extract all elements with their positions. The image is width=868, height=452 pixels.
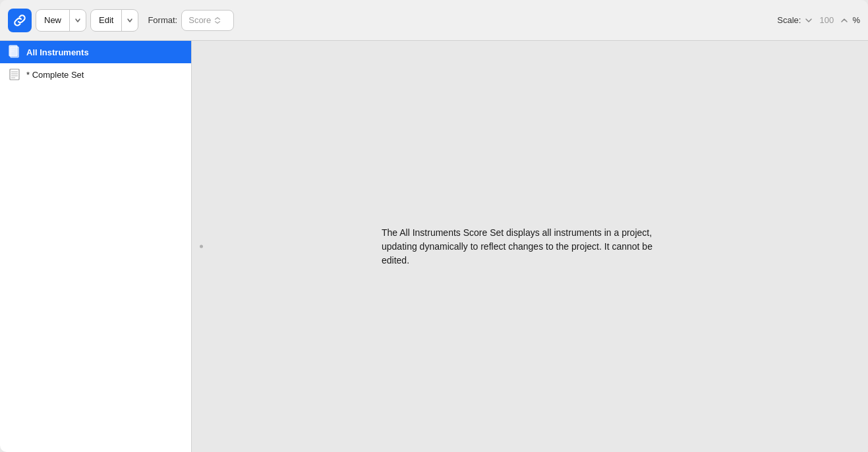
canvas-dot bbox=[200, 245, 203, 248]
new-button-group: New bbox=[36, 9, 86, 32]
link-button[interactable] bbox=[8, 9, 32, 32]
chevron-down-icon bbox=[74, 17, 81, 24]
new-chevron-button[interactable] bbox=[69, 10, 86, 31]
scale-down-button[interactable] bbox=[803, 15, 814, 26]
canvas-area: The All Instruments Score Set displays a… bbox=[192, 41, 868, 452]
format-value: Score bbox=[188, 15, 211, 25]
sidebar-item-all-instruments[interactable]: All Instruments bbox=[0, 41, 191, 63]
sidebar-item-label-all-instruments: All Instruments bbox=[26, 47, 89, 57]
sidebar-item-complete-set[interactable]: * Complete Set bbox=[0, 63, 191, 86]
main-content: All Instruments * Complete Set The All I… bbox=[0, 41, 868, 452]
canvas-info-text: The All Instruments Score Set displays a… bbox=[382, 226, 678, 268]
scale-label: Scale: bbox=[777, 15, 801, 25]
svg-rect-1 bbox=[9, 45, 17, 56]
toolbar: New Edit Format: Score Scale: 100 bbox=[0, 0, 868, 41]
new-button[interactable]: New bbox=[36, 10, 69, 31]
edit-chevron-button[interactable] bbox=[121, 10, 138, 31]
chevron-down-icon bbox=[805, 16, 813, 24]
scale-up-button[interactable] bbox=[839, 15, 850, 26]
sidebar-item-label-complete-set: * Complete Set bbox=[26, 70, 84, 80]
format-label: Format: bbox=[148, 15, 177, 25]
scale-value: 100 bbox=[817, 15, 836, 25]
scale-percent: % bbox=[852, 15, 860, 25]
link-icon bbox=[13, 14, 26, 27]
chevron-up-icon bbox=[840, 16, 848, 24]
format-select[interactable]: Score bbox=[181, 10, 234, 31]
chevron-down-icon bbox=[127, 17, 133, 24]
part-icon bbox=[8, 68, 21, 81]
edit-button[interactable]: Edit bbox=[91, 10, 121, 31]
chevron-updown-icon bbox=[214, 16, 221, 24]
svg-rect-5 bbox=[10, 69, 19, 80]
scale-area: Scale: 100 % bbox=[777, 15, 860, 26]
edit-button-group: Edit bbox=[90, 9, 138, 32]
score-icon bbox=[8, 45, 21, 59]
sidebar: All Instruments * Complete Set bbox=[0, 41, 192, 452]
